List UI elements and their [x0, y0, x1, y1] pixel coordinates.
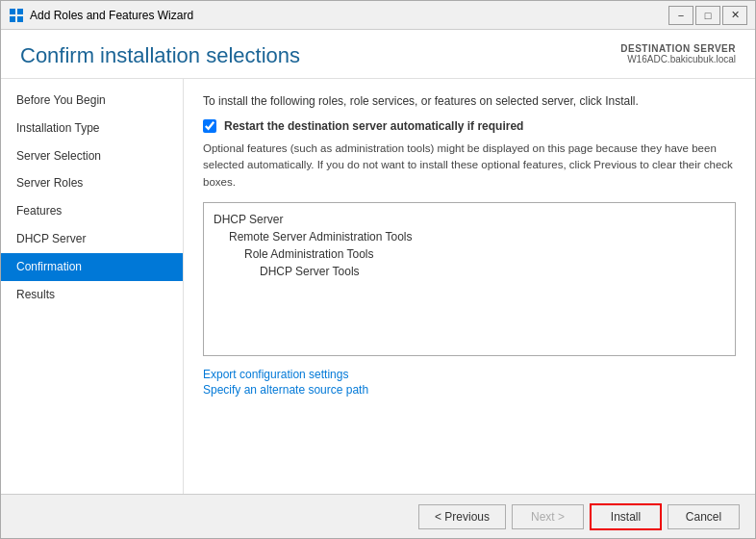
window-title: Add Roles and Features Wizard [30, 9, 668, 22]
features-list: DHCP Server Remote Server Administration… [203, 202, 736, 356]
restart-checkbox-label[interactable]: Restart the destination server automatic… [224, 119, 523, 133]
sidebar-item-before-you-begin[interactable]: Before You Begin [1, 87, 183, 115]
links-section: Export configuration settings Specify an… [203, 368, 736, 397]
svg-rect-0 [10, 9, 15, 14]
page-title: Confirm installation selections [20, 43, 300, 68]
sidebar-item-server-roles[interactable]: Server Roles [1, 169, 183, 197]
feature-item-role-admin: Role Administration Tools [214, 245, 725, 263]
feature-item-rsat: Remote Server Administration Tools [214, 228, 725, 245]
main-layout: Confirm installation selections DESTINAT… [1, 30, 755, 538]
svg-rect-2 [10, 16, 15, 22]
alternate-source-link[interactable]: Specify an alternate source path [203, 383, 736, 397]
cancel-button[interactable]: Cancel [668, 504, 740, 529]
sidebar-item-results[interactable]: Results [1, 281, 183, 309]
app-icon [9, 8, 24, 23]
install-button[interactable]: Install [590, 503, 662, 530]
svg-rect-3 [17, 16, 23, 22]
svg-rect-1 [17, 9, 23, 14]
destination-server-name: W16ADC.bakicubuk.local [620, 54, 736, 64]
sidebar-item-confirmation[interactable]: Confirmation [1, 253, 183, 281]
window-controls: − □ ✕ [668, 6, 747, 25]
close-button[interactable]: ✕ [722, 6, 747, 25]
main-content: To install the following roles, role ser… [184, 79, 755, 494]
destination-label: DESTINATION SERVER [620, 43, 736, 54]
sidebar-item-features[interactable]: Features [1, 197, 183, 225]
maximize-button[interactable]: □ [695, 6, 720, 25]
sidebar-item-server-selection[interactable]: Server Selection [1, 142, 183, 170]
previous-button[interactable]: < Previous [418, 504, 506, 529]
destination-server-info: DESTINATION SERVER W16ADC.bakicubuk.loca… [620, 43, 736, 64]
body-layout: Before You Begin Installation Type Serve… [1, 79, 755, 494]
footer: < Previous Next > Install Cancel [1, 494, 755, 538]
minimize-button[interactable]: − [668, 6, 693, 25]
export-config-link[interactable]: Export configuration settings [203, 368, 736, 381]
sidebar-item-dhcp-server[interactable]: DHCP Server [1, 225, 183, 253]
header-section: Confirm installation selections DESTINAT… [1, 30, 755, 79]
instruction-text: To install the following roles, role ser… [203, 92, 736, 110]
sidebar-item-installation-type[interactable]: Installation Type [1, 115, 183, 142]
next-button[interactable]: Next > [512, 504, 584, 529]
wizard-window: Add Roles and Features Wizard − □ ✕ Conf… [0, 0, 756, 539]
title-bar: Add Roles and Features Wizard − □ ✕ [1, 1, 755, 30]
sidebar: Before You Begin Installation Type Serve… [1, 79, 184, 494]
feature-item-dhcp-tools: DHCP Server Tools [214, 263, 725, 280]
optional-text: Optional features (such as administratio… [203, 141, 736, 191]
restart-checkbox-row: Restart the destination server automatic… [203, 119, 736, 133]
feature-item-dhcp: DHCP Server [214, 211, 725, 228]
restart-checkbox[interactable] [203, 119, 216, 133]
